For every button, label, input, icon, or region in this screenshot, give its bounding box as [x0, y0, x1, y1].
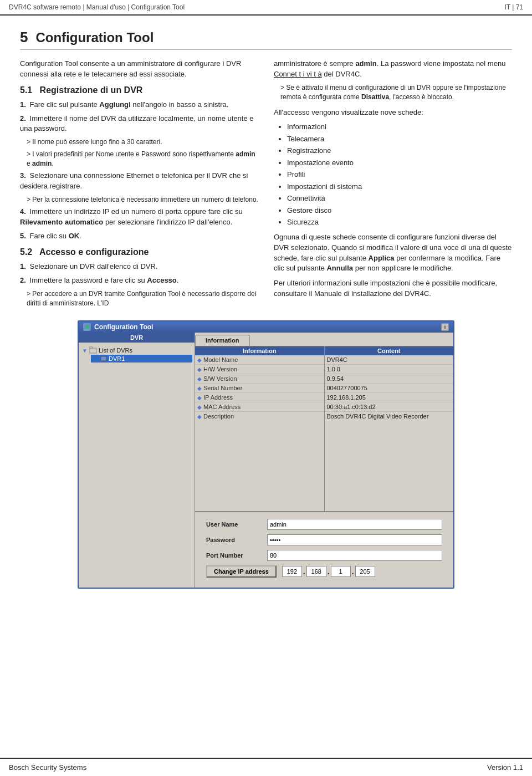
- ct-row-icon-desc: ◆: [197, 413, 202, 420]
- ct-label-model: ◆ Model Name: [197, 356, 264, 363]
- ct-ip-part-4[interactable]: [355, 566, 375, 577]
- ct-label-desc: ◆ Description: [197, 413, 264, 420]
- ct-ip-inputs: . . .: [282, 566, 442, 577]
- ct-username-input[interactable]: [267, 519, 442, 530]
- section-5-2-number: 5.2: [20, 247, 32, 257]
- step-4: 4. Immettere un indirizzo IP ed un numer…: [20, 207, 258, 228]
- note-3: > Per la connessione telefonica è necess…: [27, 195, 258, 205]
- ct-tab-information[interactable]: Information: [195, 335, 250, 346]
- step-2: 2. Immettere il nome del DVR da utilizza…: [20, 114, 258, 135]
- step-5-num: 5.: [20, 231, 28, 242]
- scheda-connettivita: Connettività: [287, 193, 512, 204]
- ct-value-ip: 192.168.1.205: [327, 394, 452, 401]
- ct-titlebar-left: Configuration Tool: [83, 323, 153, 331]
- ct-password-input[interactable]: [267, 534, 442, 545]
- section-5-2-heading: 5.2 Accesso e configurazione: [20, 247, 258, 257]
- ct-tabs: Information: [195, 333, 453, 346]
- ct-window-title: Configuration Tool: [94, 323, 153, 331]
- scheda-impostazioni-sistema: Impostazioni di sistema: [287, 181, 512, 192]
- ct-tree-dvr1-label: DVR1: [109, 355, 125, 362]
- ct-row-icon-hw: ◆: [197, 366, 202, 372]
- ct-info-row-5: ◆ MAC Address: [195, 402, 324, 412]
- tree-expand-icon: ▼: [82, 348, 88, 354]
- ct-value-row-3: 004027700075: [325, 384, 454, 393]
- ct-password-row: Password: [206, 534, 442, 545]
- admin-bold: admin: [355, 59, 376, 68]
- ct-row-icon-ip: ◆: [197, 395, 202, 401]
- ok-bold: OK: [69, 232, 80, 240]
- ct-ip-part-2[interactable]: [306, 566, 326, 577]
- ct-change-ip-button[interactable]: Change IP address: [206, 565, 277, 578]
- ct-value-row-6: Bosch DVR4C Digital Video Recorder: [325, 412, 454, 421]
- step-3-num: 3.: [20, 171, 28, 181]
- scheda-telecamera: Telecamera: [287, 134, 512, 145]
- ct-left-panel: DVR ▼ List of DVRs DVR1: [79, 333, 195, 588]
- ct-value-row-5: 00:30:a1:c0:13:d2: [325, 402, 454, 412]
- ct-right-panel: Information Information ◆ Model Name: [195, 333, 453, 588]
- ct-title-icon: [83, 323, 91, 331]
- outro-2: Per ulteriori informazioni sulle imposta…: [274, 278, 512, 299]
- ct-tree-dvr1[interactable]: DVR1: [91, 355, 192, 363]
- header-bar: DVR4C software remoto | Manual d'uso | C…: [0, 0, 532, 16]
- screenshot-wrapper: Configuration Tool i DVR ▼ List of DVRs: [20, 320, 512, 589]
- ct-ip-dot-3: .: [352, 567, 354, 576]
- ct-value-row-1: 1.0.0: [325, 365, 454, 374]
- step-5: 5. Fare clic su OK.: [20, 231, 258, 242]
- ct-ip-part-1[interactable]: [282, 566, 302, 577]
- annulla-bold: Annulla: [326, 264, 353, 272]
- ct-form-area: User Name Password Port Number Chan: [195, 511, 453, 588]
- col-right: amministratore è sempre admin. La passwo…: [274, 59, 512, 310]
- ct-info-col-right: Content DVR4C 1.0.0 0.9.54 0040: [325, 346, 454, 511]
- note-2b: > I valori predefiniti per Nome utente e…: [27, 150, 258, 169]
- ct-value-desc: Bosch DVR4C Digital Video Recorder: [327, 413, 452, 420]
- ct-password-label: Password: [206, 537, 262, 543]
- right-note-2: > Se è attivato il menu di configurazion…: [280, 83, 512, 103]
- ct-value-hw: 1.0.0: [327, 366, 452, 372]
- ct-row-icon-sw: ◆: [197, 376, 202, 382]
- footer-left: Bosch Security Systems: [9, 763, 86, 772]
- two-col-layout: Configuration Tool consente a un amminis…: [20, 59, 512, 310]
- ct-row-icon-model: ◆: [197, 357, 202, 363]
- section-5-1-number: 5.1: [20, 85, 32, 95]
- ct-value-row-0: DVR4C: [325, 355, 454, 365]
- intro-text: Configuration Tool consente a un amminis…: [20, 59, 258, 80]
- ct-row-icon-serial: ◆: [197, 385, 202, 391]
- step-1: 1. Fare clic sul pulsante Aggiungi nell'…: [20, 100, 258, 110]
- ct-port-row: Port Number: [206, 550, 442, 561]
- applica-bold: Applica: [369, 254, 395, 262]
- ct-ip-part-3[interactable]: [331, 566, 351, 577]
- ct-body: DVR ▼ List of DVRs DVR1: [79, 333, 453, 588]
- scheda-gestore-disco: Gestore disco: [287, 205, 512, 216]
- disattiva-bold: Disattiva: [361, 93, 389, 101]
- footer: Bosch Security Systems Version 1.1: [0, 758, 532, 776]
- connettivita-underline: Connet t i vi t à: [274, 70, 322, 78]
- ct-ip-row: Change IP address . . .: [206, 565, 442, 578]
- ct-tree-root-label: List of DVRs: [99, 347, 132, 354]
- ct-info-row-0: ◆ Model Name: [195, 355, 324, 365]
- chapter-heading: 5 Configuration Tool: [20, 29, 512, 50]
- ct-value-row-2: 0.9.54: [325, 374, 454, 384]
- ct-info-btn[interactable]: i: [441, 323, 449, 331]
- note-access: > Per accedere a un DVR tramite Configur…: [27, 289, 258, 309]
- ct-label-ip: ◆ IP Address: [197, 394, 264, 401]
- ct-info-row-1: ◆ H/W Version: [195, 365, 324, 374]
- ct-tree: ▼ List of DVRs DVR1: [79, 343, 195, 366]
- ct-label-serial: ◆ Serial Number: [197, 385, 264, 391]
- outro-1: Ognuna di queste schede consente di conf…: [274, 232, 512, 274]
- ct-content-col-header: Content: [325, 346, 454, 355]
- ct-row-icon-mac: ◆: [197, 404, 202, 410]
- header-breadcrumb: DVR4C software remoto | Manual d'uso | C…: [9, 3, 185, 11]
- scheda-informazioni: Informazioni: [287, 121, 512, 132]
- ct-label-sw: ◆ S/W Version: [197, 375, 264, 382]
- page-content: 5 Configuration Tool Configuration Tool …: [0, 16, 532, 610]
- ct-dvr-header: DVR: [79, 333, 195, 343]
- step-4-num: 4.: [20, 207, 28, 217]
- ct-port-label: Port Number: [206, 552, 262, 559]
- svg-rect-3: [101, 356, 106, 361]
- right-note-admin: amministratore è sempre admin. La passwo…: [274, 59, 512, 80]
- ct-port-input[interactable]: [267, 550, 442, 561]
- ct-titlebar: Configuration Tool i: [79, 321, 453, 333]
- config-tool-window: Configuration Tool i DVR ▼ List of DVRs: [78, 320, 454, 589]
- ct-tree-root[interactable]: ▼ List of DVRs: [81, 346, 192, 355]
- rilevamento-bold: Rilevamento automatico: [20, 218, 103, 226]
